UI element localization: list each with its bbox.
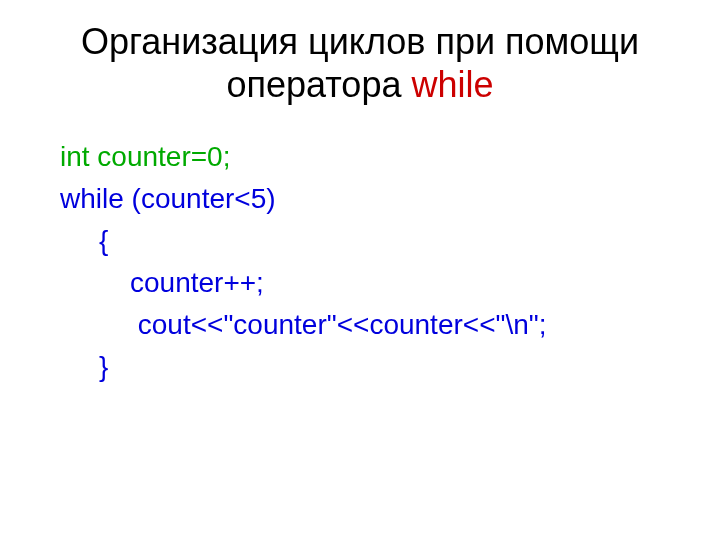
title-line-1: Организация циклов при помощи [81, 21, 639, 62]
code-line-4: counter++; [60, 262, 690, 304]
title-line-2-prefix: оператора [227, 64, 412, 105]
code-line-3: { [60, 220, 690, 262]
code-line-1: int counter=0; [60, 136, 690, 178]
code-block: int counter=0; while (counter<5) { count… [30, 136, 690, 388]
code-line-6: } [60, 346, 690, 388]
slide-title: Организация циклов при помощи оператора … [30, 20, 690, 106]
code-line-5: cout<<"counter"<<counter<<"\n"; [60, 304, 690, 346]
title-keyword: while [411, 64, 493, 105]
code-line-2: while (counter<5) [60, 178, 690, 220]
